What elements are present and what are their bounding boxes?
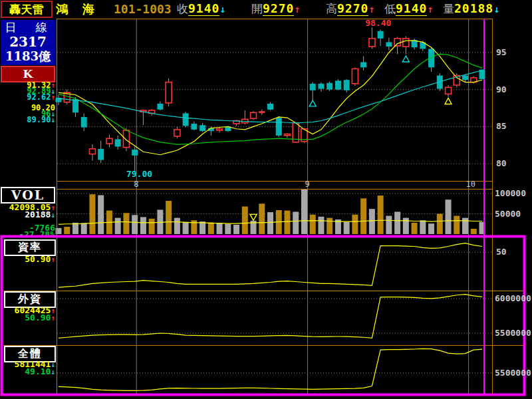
stock-chart-app: 轟天雷 鴻 海 101-1003 收9140↓開9270↑高9270↑低9140… [0, 0, 532, 399]
candlestick-panel: 98.4079.00959085801000005000050600000055… [2, 18, 531, 394]
svg-text:9: 9 [305, 180, 310, 189]
svg-text:90: 90 [496, 84, 507, 94]
svg-text:10: 10 [466, 180, 475, 189]
svg-text:98.40: 98.40 [365, 18, 391, 28]
svg-text:8: 8 [134, 180, 138, 189]
svg-text:6000000: 6000000 [495, 293, 531, 303]
svg-text:85: 85 [496, 121, 507, 131]
svg-text:50: 50 [496, 247, 507, 257]
chart-svg[interactable]: 98.4079.00959085801000005000050600000055… [0, 0, 532, 399]
svg-text:100000: 100000 [495, 188, 526, 198]
svg-text:79.00: 79.00 [126, 169, 152, 179]
svg-text:5500000: 5500000 [495, 368, 531, 378]
svg-text:5500000: 5500000 [495, 328, 531, 338]
svg-text:80: 80 [496, 158, 507, 168]
svg-text:95: 95 [496, 47, 507, 57]
svg-text:50000: 50000 [495, 209, 521, 219]
